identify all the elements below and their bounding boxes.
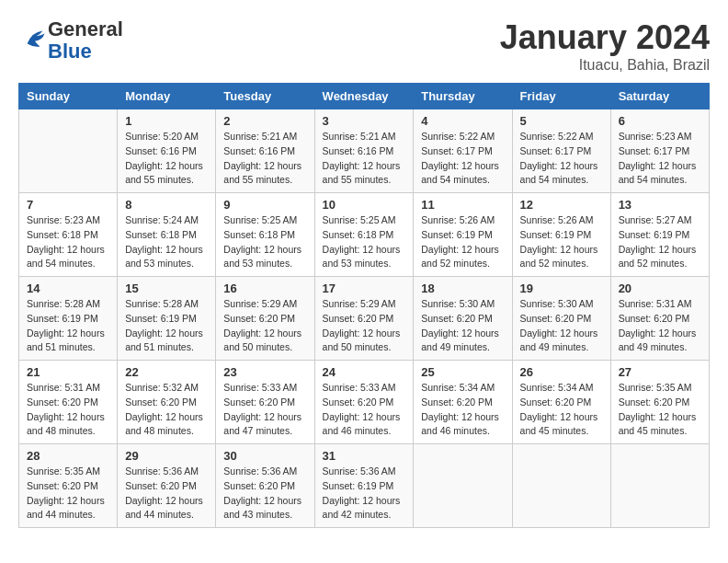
calendar-table: SundayMondayTuesdayWednesdayThursdayFrid… xyxy=(18,83,710,528)
month-title: January 2024 xyxy=(500,18,710,57)
calendar-cell: 17 Sunrise: 5:29 AMSunset: 6:20 PMDaylig… xyxy=(314,277,414,361)
day-info: Sunrise: 5:29 AMSunset: 6:20 PMDaylight:… xyxy=(223,297,306,355)
location-title: Ituacu, Bahia, Brazil xyxy=(500,57,710,74)
day-number: 15 xyxy=(125,282,208,295)
calendar-cell: 13 Sunrise: 5:27 AMSunset: 6:19 PMDaylig… xyxy=(610,193,709,277)
day-info: Sunrise: 5:21 AMSunset: 6:16 PMDaylight:… xyxy=(223,130,306,188)
page-header: General Blue January 2024 Ituacu, Bahia,… xyxy=(18,18,710,74)
calendar-cell: 26 Sunrise: 5:34 AMSunset: 6:20 PMDaylig… xyxy=(512,361,610,444)
day-info: Sunrise: 5:36 AMSunset: 6:20 PMDaylight:… xyxy=(223,465,306,523)
week-row-4: 21 Sunrise: 5:31 AMSunset: 6:20 PMDaylig… xyxy=(19,361,710,444)
calendar-cell: 15 Sunrise: 5:28 AMSunset: 6:19 PMDaylig… xyxy=(118,277,216,361)
day-number: 6 xyxy=(619,114,701,128)
week-row-2: 7 Sunrise: 5:23 AMSunset: 6:18 PMDayligh… xyxy=(19,193,710,277)
column-header-wednesday: Wednesday xyxy=(314,84,414,109)
day-number: 11 xyxy=(421,198,504,212)
day-info: Sunrise: 5:33 AMSunset: 6:20 PMDaylight:… xyxy=(323,381,406,439)
day-number: 19 xyxy=(520,282,603,295)
calendar-cell xyxy=(610,444,709,528)
calendar-cell: 29 Sunrise: 5:36 AMSunset: 6:20 PMDaylig… xyxy=(118,444,216,528)
calendar-cell xyxy=(512,444,610,528)
calendar-cell: 2 Sunrise: 5:21 AMSunset: 6:16 PMDayligh… xyxy=(216,109,314,193)
day-number: 22 xyxy=(125,365,208,379)
day-number: 3 xyxy=(323,114,406,128)
calendar-cell: 3 Sunrise: 5:21 AMSunset: 6:16 PMDayligh… xyxy=(314,109,414,193)
day-number: 29 xyxy=(125,449,208,463)
calendar-cell: 1 Sunrise: 5:20 AMSunset: 6:16 PMDayligh… xyxy=(118,109,216,193)
calendar-cell: 8 Sunrise: 5:24 AMSunset: 6:18 PMDayligh… xyxy=(118,193,216,277)
day-number: 12 xyxy=(520,198,603,212)
day-number: 18 xyxy=(421,282,504,295)
day-number: 26 xyxy=(520,365,603,379)
day-number: 10 xyxy=(323,198,406,212)
day-number: 4 xyxy=(421,114,504,128)
logo: General Blue xyxy=(18,18,123,63)
calendar-cell: 28 Sunrise: 5:35 AMSunset: 6:20 PMDaylig… xyxy=(19,444,118,528)
day-number: 27 xyxy=(619,365,701,379)
column-header-tuesday: Tuesday xyxy=(216,84,314,109)
day-number: 23 xyxy=(223,365,306,379)
day-info: Sunrise: 5:35 AMSunset: 6:20 PMDaylight:… xyxy=(27,465,109,523)
day-info: Sunrise: 5:23 AMSunset: 6:17 PMDaylight:… xyxy=(619,130,701,188)
calendar-cell: 18 Sunrise: 5:30 AMSunset: 6:20 PMDaylig… xyxy=(414,277,512,361)
week-row-3: 14 Sunrise: 5:28 AMSunset: 6:19 PMDaylig… xyxy=(19,277,710,361)
day-number: 16 xyxy=(223,282,306,295)
day-info: Sunrise: 5:25 AMSunset: 6:18 PMDaylight:… xyxy=(323,213,406,271)
day-number: 5 xyxy=(520,114,603,128)
column-header-monday: Monday xyxy=(118,84,216,109)
calendar-cell: 6 Sunrise: 5:23 AMSunset: 6:17 PMDayligh… xyxy=(610,109,709,193)
day-info: Sunrise: 5:30 AMSunset: 6:20 PMDaylight:… xyxy=(520,297,603,355)
column-header-sunday: Sunday xyxy=(19,84,118,109)
calendar-cell xyxy=(19,109,118,193)
column-header-saturday: Saturday xyxy=(610,84,709,109)
calendar-cell: 7 Sunrise: 5:23 AMSunset: 6:18 PMDayligh… xyxy=(19,193,118,277)
day-info: Sunrise: 5:30 AMSunset: 6:20 PMDaylight:… xyxy=(421,297,504,355)
day-info: Sunrise: 5:20 AMSunset: 6:16 PMDaylight:… xyxy=(125,130,208,188)
day-number: 1 xyxy=(125,114,208,128)
day-number: 14 xyxy=(27,282,109,295)
day-number: 24 xyxy=(323,365,406,379)
column-header-friday: Friday xyxy=(512,84,610,109)
day-info: Sunrise: 5:26 AMSunset: 6:19 PMDaylight:… xyxy=(421,213,504,271)
day-number: 9 xyxy=(223,198,306,212)
day-info: Sunrise: 5:31 AMSunset: 6:20 PMDaylight:… xyxy=(27,381,109,439)
calendar-cell: 12 Sunrise: 5:26 AMSunset: 6:19 PMDaylig… xyxy=(512,193,610,277)
day-number: 17 xyxy=(323,282,406,295)
day-number: 8 xyxy=(125,198,208,212)
day-info: Sunrise: 5:31 AMSunset: 6:20 PMDaylight:… xyxy=(619,297,701,355)
day-info: Sunrise: 5:22 AMSunset: 6:17 PMDaylight:… xyxy=(421,130,504,188)
day-number: 13 xyxy=(619,198,701,212)
day-number: 20 xyxy=(619,282,701,295)
calendar-cell: 23 Sunrise: 5:33 AMSunset: 6:20 PMDaylig… xyxy=(216,361,314,444)
calendar-cell: 4 Sunrise: 5:22 AMSunset: 6:17 PMDayligh… xyxy=(414,109,512,193)
day-info: Sunrise: 5:32 AMSunset: 6:20 PMDaylight:… xyxy=(125,381,208,439)
day-info: Sunrise: 5:22 AMSunset: 6:17 PMDaylight:… xyxy=(520,130,603,188)
calendar-cell: 20 Sunrise: 5:31 AMSunset: 6:20 PMDaylig… xyxy=(610,277,709,361)
day-info: Sunrise: 5:28 AMSunset: 6:19 PMDaylight:… xyxy=(125,297,208,355)
calendar-cell: 14 Sunrise: 5:28 AMSunset: 6:19 PMDaylig… xyxy=(19,277,118,361)
day-number: 7 xyxy=(27,198,109,212)
calendar-cell: 31 Sunrise: 5:36 AMSunset: 6:19 PMDaylig… xyxy=(314,444,414,528)
calendar-cell xyxy=(414,444,512,528)
day-info: Sunrise: 5:24 AMSunset: 6:18 PMDaylight:… xyxy=(125,213,208,271)
calendar-cell: 16 Sunrise: 5:29 AMSunset: 6:20 PMDaylig… xyxy=(216,277,314,361)
day-info: Sunrise: 5:25 AMSunset: 6:18 PMDaylight:… xyxy=(223,213,306,271)
logo-general-text: General xyxy=(48,17,123,40)
day-info: Sunrise: 5:27 AMSunset: 6:19 PMDaylight:… xyxy=(619,213,701,271)
day-number: 25 xyxy=(421,365,504,379)
calendar-cell: 10 Sunrise: 5:25 AMSunset: 6:18 PMDaylig… xyxy=(314,193,414,277)
title-section: January 2024 Ituacu, Bahia, Brazil xyxy=(500,18,710,74)
logo-blue-text: Blue xyxy=(48,40,92,63)
calendar-cell: 25 Sunrise: 5:34 AMSunset: 6:20 PMDaylig… xyxy=(414,361,512,444)
day-info: Sunrise: 5:35 AMSunset: 6:20 PMDaylight:… xyxy=(619,381,701,439)
calendar-cell: 30 Sunrise: 5:36 AMSunset: 6:20 PMDaylig… xyxy=(216,444,314,528)
day-info: Sunrise: 5:29 AMSunset: 6:20 PMDaylight:… xyxy=(323,297,406,355)
calendar-cell: 11 Sunrise: 5:26 AMSunset: 6:19 PMDaylig… xyxy=(414,193,512,277)
calendar-cell: 9 Sunrise: 5:25 AMSunset: 6:18 PMDayligh… xyxy=(216,193,314,277)
day-info: Sunrise: 5:21 AMSunset: 6:16 PMDaylight:… xyxy=(323,130,406,188)
calendar-cell: 22 Sunrise: 5:32 AMSunset: 6:20 PMDaylig… xyxy=(118,361,216,444)
day-number: 31 xyxy=(323,449,406,463)
calendar-cell: 24 Sunrise: 5:33 AMSunset: 6:20 PMDaylig… xyxy=(314,361,414,444)
calendar-cell: 27 Sunrise: 5:35 AMSunset: 6:20 PMDaylig… xyxy=(610,361,709,444)
day-info: Sunrise: 5:28 AMSunset: 6:19 PMDaylight:… xyxy=(27,297,109,355)
